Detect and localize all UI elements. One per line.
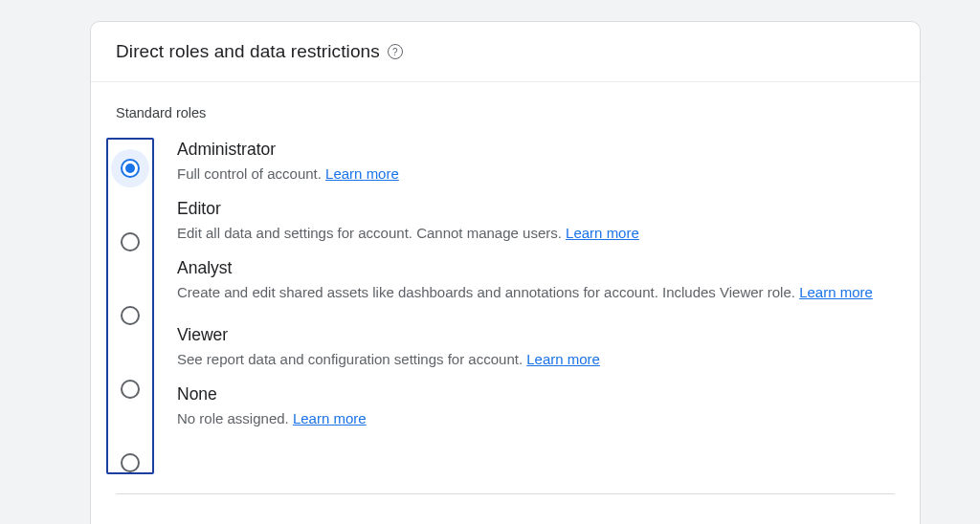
radio-viewer[interactable] — [121, 380, 140, 399]
radio-column-highlight — [106, 138, 154, 474]
role-description: Edit all data and settings for account. … — [177, 221, 873, 246]
role-title: None — [177, 382, 873, 406]
role-item-editor: Editor Edit all data and settings for ac… — [177, 197, 873, 245]
radio-none[interactable] — [121, 453, 140, 472]
radio-administrator[interactable] — [121, 159, 140, 178]
role-item-none: None No role assigned. Learn more — [177, 382, 873, 430]
role-item-administrator: Administrator Full control of account. L… — [177, 138, 873, 186]
role-description: See report data and configuration settin… — [177, 347, 873, 372]
learn-more-link[interactable]: Learn more — [799, 284, 873, 300]
role-item-analyst: Analyst Create and edit shared assets li… — [177, 256, 873, 312]
role-title: Viewer — [177, 323, 873, 347]
role-title: Editor — [177, 197, 873, 221]
section-divider — [116, 493, 895, 494]
roles-card: Direct roles and data restrictions ? Sta… — [90, 21, 921, 524]
roles-wrap: Administrator Full control of account. L… — [106, 138, 895, 474]
card-title: Direct roles and data restrictions — [116, 41, 380, 62]
radio-administrator-halo — [111, 149, 149, 187]
radio-analyst[interactable] — [121, 306, 140, 325]
radio-editor[interactable] — [121, 232, 140, 251]
learn-more-link[interactable]: Learn more — [325, 165, 399, 182]
role-item-viewer: Viewer See report data and configuration… — [177, 323, 873, 371]
help-icon[interactable]: ? — [388, 44, 403, 59]
card-body: Standard roles Administrator Full contro… — [91, 82, 920, 512]
role-title: Analyst — [177, 256, 873, 280]
learn-more-link[interactable]: Learn more — [293, 410, 367, 426]
radio-dot-icon — [125, 164, 135, 173]
role-title: Administrator — [177, 138, 873, 162]
learn-more-link[interactable]: Learn more — [526, 351, 600, 367]
roles-text: Administrator Full control of account. L… — [177, 138, 873, 474]
role-description: Create and edit shared assets like dashb… — [177, 280, 873, 305]
learn-more-link[interactable]: Learn more — [566, 225, 639, 241]
role-description: No role assigned. Learn more — [177, 406, 873, 431]
section-label: Standard roles — [116, 105, 895, 120]
card-header: Direct roles and data restrictions ? — [91, 22, 920, 82]
role-description: Full control of account. Learn more — [177, 162, 873, 186]
